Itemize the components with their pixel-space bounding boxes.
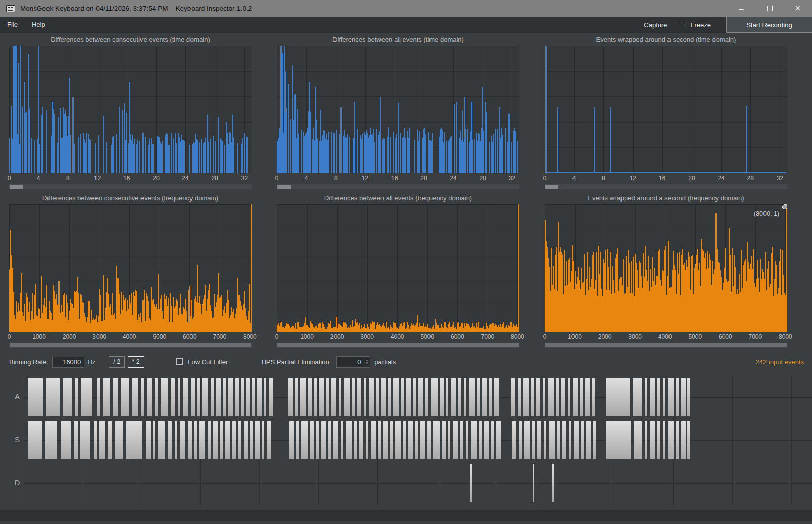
chart-scrollbar[interactable] bbox=[277, 184, 519, 189]
hps-partial-elimination-label: HPS Partial Elimination: bbox=[261, 358, 331, 366]
freeze-checkbox[interactable] bbox=[681, 22, 687, 28]
chart-wrapped-frequency: Events wrapped around a second (frequenc… bbox=[545, 194, 787, 348]
controls-bar: Binning Rate: Hz / 2 * 2 Low Cut Filter … bbox=[0, 353, 812, 371]
freeze-label: Freeze bbox=[691, 21, 711, 29]
chart-title: Differences between consecutive events (… bbox=[9, 36, 252, 45]
low-cut-filter-label: Low Cut Filter bbox=[187, 358, 228, 366]
scrollbar-thumb[interactable] bbox=[277, 185, 291, 189]
binning-rate-label: Binning Rate: bbox=[9, 358, 49, 366]
keyboard-history-panel: A S D bbox=[0, 373, 812, 521]
chart-scrollbar[interactable] bbox=[9, 343, 252, 348]
chart-diff-consecutive-frequency: Differences between consecutive events (… bbox=[9, 194, 252, 348]
window-controls: – × bbox=[727, 0, 812, 17]
chart-x-axis: 048121620242832 bbox=[9, 174, 252, 183]
chart-plot[interactable]: (8000, 1) bbox=[545, 204, 787, 332]
menu-help[interactable]: Help bbox=[25, 21, 53, 28]
chart-scrollbar[interactable] bbox=[9, 184, 252, 189]
chart-diff-all-frequency: Differences between all events (frequenc… bbox=[277, 194, 519, 348]
keyboard-app-icon bbox=[6, 5, 15, 12]
scrollbar-thumb[interactable] bbox=[545, 343, 787, 347]
scrollbar-thumb[interactable] bbox=[545, 185, 558, 189]
maximize-icon bbox=[767, 6, 773, 11]
key-row-label-a: A bbox=[13, 392, 21, 401]
input-events-count: 242 input events bbox=[756, 358, 804, 366]
capture-button[interactable]: Capture bbox=[644, 21, 667, 29]
chart-title: Differences between all events (frequenc… bbox=[277, 194, 519, 203]
chart-plot[interactable] bbox=[9, 46, 252, 173]
chart-title: Differences between consecutive events (… bbox=[9, 194, 252, 203]
chart-title: Differences between all events (time dom… bbox=[277, 36, 519, 45]
double-rate-button[interactable]: * 2 bbox=[128, 356, 144, 368]
scrollbar-thumb[interactable] bbox=[277, 343, 519, 347]
keyboard-scrollbar-track[interactable] bbox=[0, 510, 812, 521]
scrollbar-thumb[interactable] bbox=[10, 185, 23, 189]
charts-panel: Differences between consecutive events (… bbox=[0, 33, 812, 348]
window-title: MonsGeek Keyboard on 04/11/2026, 3:37:54… bbox=[20, 5, 252, 12]
spin-down-icon[interactable]: ▼ bbox=[365, 362, 368, 365]
chart-title: Events wrapped around a second (frequenc… bbox=[545, 194, 787, 203]
chart-plot[interactable] bbox=[277, 46, 519, 173]
chart-x-axis: 048121620242832 bbox=[277, 174, 519, 183]
chart-x-axis: 048121620242832 bbox=[545, 174, 787, 183]
svg-text:(8000, 1): (8000, 1) bbox=[754, 210, 779, 217]
chart-plot[interactable] bbox=[9, 204, 252, 332]
scrollbar-thumb[interactable] bbox=[10, 343, 251, 347]
partials-label: partials bbox=[374, 358, 396, 366]
start-recording-button[interactable]: Start Recording bbox=[726, 17, 812, 33]
chart-scrollbar[interactable] bbox=[545, 343, 787, 348]
spinner-buttons[interactable]: ▲▼ bbox=[364, 359, 370, 365]
chart-scrollbar[interactable] bbox=[277, 343, 519, 348]
chart-diff-consecutive-time: Differences between consecutive events (… bbox=[9, 36, 252, 189]
menubar: File Help Capture Freeze Start Recording bbox=[0, 17, 812, 33]
chart-x-axis: 010002000300040005000600070008000 bbox=[545, 333, 787, 341]
key-row-label-d: D bbox=[13, 478, 21, 487]
key-row-label-s: S bbox=[13, 435, 21, 444]
menu-file[interactable]: File bbox=[0, 21, 25, 28]
minimize-button[interactable]: – bbox=[727, 0, 755, 17]
keyboard-events-plot[interactable] bbox=[0, 373, 812, 508]
chart-plot[interactable] bbox=[277, 204, 519, 332]
binning-rate-input[interactable] bbox=[52, 357, 84, 368]
chart-wrapped-time: Events wrapped around a second (time dom… bbox=[545, 36, 787, 189]
close-button[interactable]: × bbox=[784, 0, 812, 17]
maximize-button[interactable] bbox=[755, 0, 784, 17]
titlebar: MonsGeek Keyboard on 04/11/2026, 3:37:54… bbox=[0, 0, 812, 17]
hps-spinbox: ▲▼ bbox=[336, 356, 370, 368]
chart-x-axis: 010002000300040005000600070008000 bbox=[277, 333, 519, 341]
chart-x-axis: 010002000300040005000600070008000 bbox=[9, 333, 252, 341]
chart-plot[interactable] bbox=[545, 46, 787, 173]
binning-rate-unit: Hz bbox=[87, 358, 95, 366]
chart-title: Events wrapped around a second (time dom… bbox=[545, 36, 787, 45]
low-cut-filter-checkbox[interactable] bbox=[176, 358, 183, 365]
hps-input[interactable] bbox=[337, 357, 364, 367]
halve-rate-button[interactable]: / 2 bbox=[109, 356, 125, 368]
chart-diff-all-time: Differences between all events (time dom… bbox=[277, 36, 519, 189]
chart-scrollbar[interactable] bbox=[545, 184, 787, 189]
